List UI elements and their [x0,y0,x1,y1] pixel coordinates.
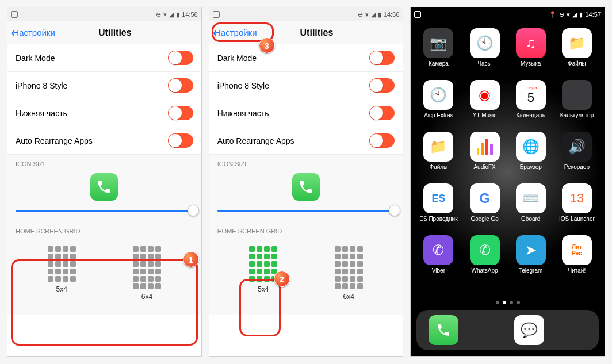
home-screen: 📷Камера 🕙Часы ♫Музыка 📁Файлы 🕙Aicp Extra… [411,21,605,356]
row-label: Нижняя часть [16,109,67,118]
wifi-icon: ▾ [365,11,369,18]
status-bar: ⊖ ▾ ◢ ▮ 14:56 [209,7,403,21]
row-label: Auto Rearrange Apps [217,136,294,145]
grid-preview-icon [133,246,161,289]
row-label: Dark Mode [16,53,55,63]
icon-size-slider[interactable] [7,203,201,222]
page-indicator [411,298,605,306]
wifi-icon: ▾ [163,11,167,18]
nav-bar: ‹ Настройки Utilities [209,21,403,44]
app-calendar[interactable]: среда5Календарь [508,78,554,129]
phone-screen-3-home: 📍 ⊖ ▾ ◢ ▮ 14:57 📷Камера 🕙Часы ♫Музыка 📁Ф… [410,7,605,357]
status-bar: ⊖ ▾ ◢ ▮ 14:56 [7,7,201,21]
grid-option-5x4[interactable]: 5x4 [249,246,277,301]
toggle-auto-rearrange[interactable] [369,133,395,148]
toggle-iphone8-style[interactable] [168,78,193,93]
toggle-iphone8-style[interactable] [369,78,395,93]
app-clock[interactable]: 🕙Часы [462,26,508,78]
app-es-explorer[interactable]: ESES Проводник [415,181,461,233]
toggle-bottom[interactable] [168,106,193,120]
grid-option-label: 5x4 [258,285,269,293]
grid-option-label: 6x4 [343,293,354,301]
dock-messages[interactable]: 💬 [514,315,544,345]
row-auto-rearrange[interactable]: Auto Rearrange Apps [7,127,201,155]
app-files[interactable]: 📁Файлы [554,26,600,78]
dock: 💬 [416,310,599,350]
toggle-dark-mode[interactable] [168,51,193,65]
app-yt-music[interactable]: ◉YT Music [462,78,508,129]
wifi-icon: ▾ [567,11,570,18]
clock-text: 14:57 [585,11,601,18]
grid-option-label: 6x4 [141,293,152,301]
app-audiofx[interactable]: AudioFX [462,129,508,181]
row-label: Нижняя часть [217,109,269,118]
slider-thumb[interactable] [188,205,199,216]
app-music[interactable]: ♫Музыка [508,26,554,78]
signal-icon: ◢ [169,11,174,18]
phone-app-icon [292,173,320,201]
battery-icon: ▮ [176,11,179,18]
app-ios-launcher[interactable]: 13IOS Launcher [554,181,600,233]
icon-size-slider[interactable] [209,203,403,222]
clock-text: 14:56 [182,11,198,18]
app-grid: 📷Камера 🕙Часы ♫Музыка 📁Файлы 🕙Aicp Extra… [411,21,605,298]
grid-option-6x4[interactable]: 6x4 [133,246,161,301]
slider-thumb[interactable] [389,205,400,216]
row-iphone8-style[interactable]: iPhone 8 Style [209,72,403,99]
dnd-icon: ⊖ [559,11,564,18]
grid-preview-icon [249,246,277,282]
dock-phone[interactable] [429,315,458,345]
row-dark-mode[interactable]: Dark Mode [209,44,403,72]
grid-option-5x4[interactable]: 5x4 [48,246,76,301]
grid-preview-icon [335,246,363,289]
grid-preview-icon [48,246,76,282]
row-label: iPhone 8 Style [217,81,269,90]
toggle-dark-mode[interactable] [369,51,395,65]
grid-option-label: 5x4 [56,285,67,293]
location-icon: 📍 [549,11,557,18]
phone-app-icon [90,173,118,201]
app-aicp-extras[interactable]: 🕙Aicp Extras [415,78,461,129]
section-home-grid: HOME SCREEN GRID [7,222,201,237]
row-bottom[interactable]: Нижняя часть [7,99,201,127]
app-gboard[interactable]: ⌨️Gboard [508,181,554,233]
nav-bar: ‹ Настройки Utilities [7,21,201,44]
callout-badge-1: 1 [183,251,199,267]
app-files-2[interactable]: 📁Файлы [415,129,461,181]
app-google-go[interactable]: GGoogle Go [462,181,508,233]
row-iphone8-style[interactable]: iPhone 8 Style [7,72,201,99]
signal-icon: ◢ [572,11,577,18]
row-auto-rearrange[interactable]: Auto Rearrange Apps [209,127,403,155]
toggle-auto-rearrange[interactable] [168,133,193,148]
row-dark-mode[interactable]: Dark Mode [7,44,201,72]
row-bottom[interactable]: Нижняя часть [209,99,403,127]
app-camera[interactable]: 📷Камера [415,26,461,78]
icon-size-preview [209,170,403,203]
grid-option-6x4[interactable]: 6x4 [335,246,363,301]
callout-badge-2: 2 [274,271,290,287]
page-title: Utilities [234,28,400,38]
app-browser[interactable]: 🌐Браузер [508,129,554,181]
phone-screen-1: ⊖ ▾ ◢ ▮ 14:56 ‹ Настройки Utilities Dark… [7,7,202,357]
dnd-icon: ⊖ [156,11,161,18]
app-recorder[interactable]: 🔊Рекордер [554,129,600,181]
app-viber[interactable]: ✆Viber [415,233,461,285]
clock-text: 14:56 [384,11,400,18]
signal-icon: ◢ [371,11,376,18]
app-calculator[interactable]: Калькулятор [554,78,600,129]
app-chitai[interactable]: ЛитРесЧитай! [554,233,600,285]
callout-badge-3: 3 [259,37,275,53]
battery-icon: ▮ [579,11,583,18]
row-label: Auto Rearrange Apps [16,136,93,145]
status-bar: 📍 ⊖ ▾ ◢ ▮ 14:57 [411,7,605,21]
row-label: Dark Mode [217,53,257,63]
picture-icon [213,11,220,18]
row-label: iPhone 8 Style [16,81,67,90]
app-whatsapp[interactable]: ✆WhatsApp [462,233,508,285]
section-icon-size: ICON SIZE [209,155,403,170]
dnd-icon: ⊖ [358,11,363,18]
toggle-bottom[interactable] [369,106,395,120]
battery-icon: ▮ [378,11,381,18]
app-telegram[interactable]: ➤Telegram [508,233,554,285]
icon-size-preview [7,170,201,203]
